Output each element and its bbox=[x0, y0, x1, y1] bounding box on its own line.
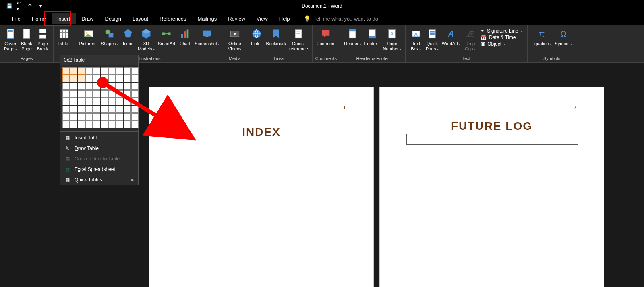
grid-cell[interactable] bbox=[108, 121, 116, 128]
page-number-button[interactable]: #Page Number bbox=[381, 27, 403, 55]
undo-icon[interactable]: ↶ ▾ bbox=[17, 3, 23, 9]
link-button[interactable]: Link bbox=[248, 27, 265, 55]
grid-cell[interactable] bbox=[131, 121, 139, 128]
grid-cell[interactable] bbox=[108, 75, 116, 82]
drop-cap-button[interactable]: ADrop Cap bbox=[462, 27, 478, 55]
table-button[interactable]: Table bbox=[56, 27, 72, 55]
smartart-button[interactable]: SmartArt bbox=[156, 27, 177, 55]
grid-cell[interactable] bbox=[93, 83, 100, 90]
text-box-button[interactable]: AText Box bbox=[408, 27, 424, 55]
grid-cell[interactable] bbox=[78, 83, 85, 90]
grid-cell[interactable] bbox=[62, 106, 70, 113]
grid-cell[interactable] bbox=[85, 83, 93, 90]
grid-cell[interactable] bbox=[85, 106, 93, 113]
grid-cell[interactable] bbox=[124, 75, 131, 82]
grid-cell[interactable] bbox=[116, 106, 123, 113]
page-2-title[interactable]: FUTURE LOG bbox=[380, 120, 604, 133]
grid-cell[interactable] bbox=[108, 106, 116, 113]
3d-models-button[interactable]: 3D Models bbox=[136, 27, 156, 55]
grid-cell[interactable] bbox=[124, 106, 131, 113]
grid-cell[interactable] bbox=[93, 98, 100, 105]
quick-parts-button[interactable]: Quick Parts bbox=[424, 27, 440, 55]
grid-cell[interactable] bbox=[70, 106, 77, 113]
grid-cell[interactable] bbox=[62, 98, 70, 105]
grid-cell[interactable] bbox=[116, 67, 123, 75]
page-break-button[interactable]: Page Break bbox=[35, 27, 51, 55]
grid-cell[interactable] bbox=[78, 98, 85, 105]
future-log-table[interactable] bbox=[406, 134, 578, 145]
grid-cell[interactable] bbox=[101, 113, 108, 121]
menu-view[interactable]: View bbox=[251, 13, 273, 24]
grid-cell[interactable] bbox=[70, 75, 77, 82]
menu-file[interactable]: File bbox=[6, 13, 26, 24]
grid-cell[interactable] bbox=[62, 83, 70, 90]
grid-cell[interactable] bbox=[78, 90, 85, 98]
grid-cell[interactable] bbox=[124, 83, 131, 90]
grid-cell[interactable] bbox=[124, 98, 131, 105]
object-button[interactable]: ▣Object bbox=[480, 41, 522, 47]
signature-line-button[interactable]: ✒Signature Line bbox=[480, 28, 522, 34]
grid-cell[interactable] bbox=[62, 75, 70, 82]
draw-table-item[interactable]: ✎Draw Table bbox=[60, 143, 138, 154]
grid-cell[interactable] bbox=[116, 121, 123, 128]
grid-cell[interactable] bbox=[131, 67, 139, 75]
grid-cell[interactable] bbox=[62, 67, 70, 75]
grid-cell[interactable] bbox=[70, 83, 77, 90]
grid-cell[interactable] bbox=[62, 121, 70, 128]
grid-cell[interactable] bbox=[85, 75, 93, 82]
grid-cell[interactable] bbox=[101, 106, 108, 113]
grid-cell[interactable] bbox=[70, 90, 77, 98]
grid-cell[interactable] bbox=[116, 113, 123, 121]
customize-qat-icon[interactable]: ▾ bbox=[37, 3, 44, 9]
wordart-button[interactable]: AWordArt bbox=[440, 27, 462, 55]
save-icon[interactable]: 💾 bbox=[6, 3, 12, 9]
shapes-button[interactable]: Shapes bbox=[99, 27, 120, 55]
excel-spreadsheet-item[interactable]: ▦Excel Spreadsheet bbox=[60, 164, 138, 175]
menu-references[interactable]: References bbox=[154, 13, 192, 24]
grid-cell[interactable] bbox=[124, 67, 131, 75]
grid-cell[interactable] bbox=[124, 90, 131, 98]
menu-design[interactable]: Design bbox=[99, 13, 127, 24]
grid-cell[interactable] bbox=[108, 98, 116, 105]
redo-icon[interactable]: ↷ bbox=[27, 3, 33, 9]
menu-help[interactable]: Help bbox=[273, 13, 296, 24]
grid-cell[interactable] bbox=[85, 121, 93, 128]
symbol-button[interactable]: ΩSymbol bbox=[553, 27, 574, 55]
grid-cell[interactable] bbox=[101, 121, 108, 128]
grid-cell[interactable] bbox=[116, 98, 123, 105]
grid-cell[interactable] bbox=[70, 113, 77, 121]
grid-cell[interactable] bbox=[131, 90, 139, 98]
insert-table-item[interactable]: ▦Insert Table... bbox=[60, 133, 138, 143]
grid-cell[interactable] bbox=[108, 83, 116, 90]
grid-cell[interactable] bbox=[131, 106, 139, 113]
grid-cell[interactable] bbox=[131, 98, 139, 105]
grid-cell[interactable] bbox=[78, 113, 85, 121]
grid-cell[interactable] bbox=[85, 98, 93, 105]
cover-page-button[interactable]: Cover Page bbox=[2, 27, 19, 55]
online-videos-button[interactable]: Online Videos bbox=[226, 27, 243, 55]
grid-cell[interactable] bbox=[78, 75, 85, 82]
grid-cell[interactable] bbox=[101, 98, 108, 105]
grid-cell[interactable] bbox=[85, 90, 93, 98]
grid-cell[interactable] bbox=[131, 113, 139, 121]
grid-cell[interactable] bbox=[131, 75, 139, 82]
grid-cell[interactable] bbox=[62, 90, 70, 98]
grid-cell[interactable] bbox=[62, 113, 70, 121]
grid-cell[interactable] bbox=[116, 75, 123, 82]
grid-cell[interactable] bbox=[116, 90, 123, 98]
grid-cell[interactable] bbox=[108, 113, 116, 121]
grid-cell[interactable] bbox=[124, 121, 131, 128]
grid-cell[interactable] bbox=[70, 98, 77, 105]
date-time-button[interactable]: 📅Date & Time bbox=[480, 35, 522, 40]
tell-me[interactable]: 💡 Tell me what you want to do bbox=[296, 15, 378, 22]
footer-button[interactable]: Footer bbox=[363, 27, 381, 55]
icons-button[interactable]: Icons bbox=[120, 27, 136, 55]
document-page-2[interactable]: 2 FUTURE LOG bbox=[379, 87, 604, 287]
menu-review[interactable]: Review bbox=[222, 13, 251, 24]
header-button[interactable]: Header bbox=[342, 27, 362, 55]
grid-cell[interactable] bbox=[131, 83, 139, 90]
grid-cell[interactable] bbox=[124, 113, 131, 121]
grid-cell[interactable] bbox=[78, 106, 85, 113]
screenshot-button[interactable]: Screenshot bbox=[193, 27, 221, 55]
grid-cell[interactable] bbox=[116, 83, 123, 90]
